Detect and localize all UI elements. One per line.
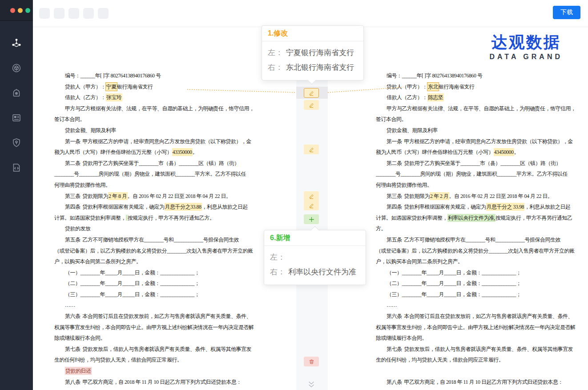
document-text: 第七条 贷款发放后，借款人与售房者就该房产有关质量、条件、权属等其他事宜发: [65, 346, 251, 352]
close-window-icon[interactable]: [10, 8, 15, 13]
diff-mark-delete[interactable]: [304, 357, 319, 366]
document-text: 按规定执行，甲方不再另行通知乙方。: [128, 215, 215, 221]
document-line: 贷款金额、期限及利率: [54, 125, 263, 136]
document-text: 第八条 甲乙双方商定，自 2018 年 11 月 10 日起乙方用下列方式归还贷…: [65, 379, 242, 385]
document-line: （二）________年_____月_____日，金额：____________…: [54, 278, 263, 289]
diff-highlight[interactable]: 月息千分之33.88: [165, 203, 202, 211]
sidebar-item-workspace-network[interactable]: [0, 32, 33, 56]
diff-highlight[interactable]: 贷款的归还: [65, 367, 92, 375]
document-text: 。: [193, 149, 198, 155]
sidebar-item-model-cube[interactable]: [0, 56, 33, 81]
toolbar-button-placeholder[interactable]: [83, 8, 94, 19]
document-line: 贷款人（甲方）：东北银行海南省支行: [376, 81, 585, 92]
app-sidebar: [0, 0, 33, 390]
document-line: 编号：______年[ ]字 802764138940176860 号: [54, 70, 263, 81]
document-line: 第七条 贷款发放后，借款人与售房者就该房产有关质量、条件、权属等其他事宜发: [376, 344, 585, 355]
toolbar-button-placeholder[interactable]: [68, 8, 79, 19]
document-line: 甲方与乙方根据有关法律、法规，在平等、自愿的基础上，为明确责任，恪守信用，: [54, 103, 263, 114]
document-text: ，利息从放款之日起: [202, 204, 248, 210]
top-toolbar: 下载: [33, 0, 588, 27]
toolbar-button-placeholder[interactable]: [54, 8, 64, 19]
document-line: 贷款的归还: [54, 366, 263, 377]
diff-mark-edit[interactable]: [304, 100, 319, 110]
diff-tooltip-insert: 6.新增 左： 右： 利率以央行文件为准: [264, 230, 366, 285]
diff-mark-edit-selected[interactable]: [304, 88, 319, 98]
download-button[interactable]: 下载: [553, 6, 580, 19]
document-text: 贷款人（甲方）：: [65, 84, 106, 90]
diff-mark-edit[interactable]: [304, 191, 319, 201]
diff-highlight[interactable]: 43450000: [494, 148, 514, 156]
document-line: ________号________房间的现（期）房物业，建筑面积________…: [54, 169, 263, 180]
document-text: 第三条 贷款期限为: [387, 193, 430, 199]
diff-highlight[interactable]: 2 年 8 月: [108, 192, 128, 200]
zoom-window-icon[interactable]: [25, 8, 30, 13]
document-text: 甲方与乙方根据有关法律、法规，在平等、自愿的基础上，为明确责任，恪守信用，: [387, 105, 576, 112]
document-line: 计算。如遇国家贷款利率调整，按规定执行，甲方不再另行通知乙方。: [54, 213, 263, 224]
sidebar-item-security-shield-key[interactable]: [0, 131, 33, 156]
diff-highlight[interactable]: 利率以央行文件为准,: [447, 214, 495, 222]
document-text: 第二条 贷款用于乙方购买坐落于________市（县）________区（镇）路…: [65, 160, 239, 166]
document-line: ……: [376, 300, 585, 311]
sidebar-item-robot-assistant[interactable]: [0, 81, 33, 106]
diff-mark-add[interactable]: [304, 214, 319, 224]
document-line: 第四条 贷款利率根据国家有关规定，确定为月息千分之33.88，利息从放款之日起: [54, 201, 263, 213]
sidebar-item-news-document[interactable]: [0, 106, 33, 131]
document-line: 额为人民币（大写）肆仟叁佰肆拾伍万元整（小写）43450000。: [376, 147, 585, 158]
diff-highlight[interactable]: 陈志坚: [427, 93, 444, 101]
workspace-network-icon: [11, 38, 22, 50]
document-line: 生的任何纠纷，均与贷款人无关，借款合同应正常履行。: [376, 354, 585, 366]
toolbar-button-placeholder[interactable]: [98, 8, 109, 19]
diff-highlight[interactable]: 宁夏: [106, 83, 117, 91]
document-text: （三）________年_____月_____日，金额：____________…: [387, 291, 521, 298]
document-line: 生的任何纠纷，均与贷款人无关，借款合同应正常履行。: [54, 354, 263, 366]
diff-highlight[interactable]: 2 年 2 月: [430, 192, 449, 200]
document-line: 签订本合同。: [376, 114, 585, 125]
document-text: 贷款金额、期限及利率: [65, 127, 116, 133]
document-text: 额为人民币（大写）肆仟叁佰肆拾伍万元整（小写）: [54, 149, 172, 155]
document-text: 何理由将贷款挪作他用。: [54, 182, 111, 188]
diff-highlight[interactable]: 月息千分之 33.98: [486, 203, 525, 211]
code-file-icon: [11, 162, 22, 175]
document-text: 第八条 甲乙双方商定，自 2018 年 11 月 10 日起乙方用下列方式归还贷…: [387, 379, 563, 385]
sidebar-item-code-file[interactable]: [0, 156, 33, 181]
document-text: 户，以购买本合同第二条所列之房产。: [54, 258, 141, 265]
document-text: （或登记备案）后，以乙方购楼款的名义将贷款分________次划入售房者在甲方开…: [54, 248, 253, 254]
document-text: 计算。如遇国家贷款利率调整，: [376, 215, 447, 221]
document-text: 贷款人（甲方）：: [387, 84, 427, 90]
document-text: （二）________年_____月_____日，金额：____________…: [387, 280, 521, 286]
diff-mark-edit[interactable]: [304, 201, 319, 210]
sidebar-nav: [0, 32, 33, 181]
document-text: 第一条 甲方根据乙方的申请，经审查同意向乙方发放住房贷款（以下称贷款），金: [387, 138, 573, 145]
document-text: 签订本合同。: [376, 116, 407, 122]
diff-highlight[interactable]: 43350000: [172, 148, 193, 156]
pencil-icon: [308, 146, 315, 153]
document-text: 除或继续履行本合同。: [54, 335, 105, 341]
document-text: 户，以购买本合同第二条所列之房产。: [376, 258, 463, 265]
document-line: 贷款的发放: [54, 223, 263, 234]
document-line: （一）________年_____月_____日，金额：____________…: [54, 267, 263, 278]
minimize-window-icon[interactable]: [18, 8, 23, 13]
diff-highlight[interactable]: 东北: [427, 83, 439, 91]
document-line: [376, 366, 585, 377]
diff-highlight[interactable]: 张宝玲: [106, 93, 122, 101]
document-text: ……: [387, 302, 397, 308]
document-text: （三）________年_____月_____日，金额：____________…: [65, 291, 200, 298]
document-text: 银行海南省支行: [117, 84, 153, 90]
expand-more-icon[interactable]: [307, 381, 316, 389]
document-line: 何理由将贷款挪作他用。: [376, 180, 585, 191]
document-text: 生的任何纠纷，均与贷款人无关，借款合同应正常履行。: [54, 357, 182, 363]
tooltip-right-value: 利率以央行文件为准: [288, 265, 356, 279]
document-text: 第五条 乙方不可撤销地授权甲方在________号和____________号担…: [65, 237, 239, 243]
document-line: 贷款金额、期限及利率: [376, 125, 585, 136]
document-left: 编号：______年[ ]字 802764138940176860 号贷款人（甲…: [54, 70, 263, 387]
document-right: 编号：______年[ ]字 802764138940176860 号贷款人（甲…: [376, 70, 585, 387]
document-line: 第六条 本合同签订后且在贷款发放前，如乙方与售房者就该房产有关质量、条件、: [54, 311, 263, 322]
document-text: 第六条 本合同签订后且在贷款发放前，如乙方与售房者就该房产有关质量、条件、: [387, 313, 573, 319]
tooltip-right-label: 右：: [268, 60, 283, 75]
toolbar-button-placeholder[interactable]: [39, 8, 50, 19]
document-line: （一）________年_____月_____日，金额：____________…: [376, 267, 585, 278]
diff-mark-edit[interactable]: [304, 145, 319, 154]
document-text: 借款人（乙方）：: [387, 94, 427, 101]
document-text: 权属等事宜发生纠纷，本合同即告中止。由甲方视上述纠纷解决情况在一年内决定是否解: [54, 324, 254, 330]
document-text: ________号________房间的现（期）房物业，建筑面积________…: [376, 171, 568, 177]
